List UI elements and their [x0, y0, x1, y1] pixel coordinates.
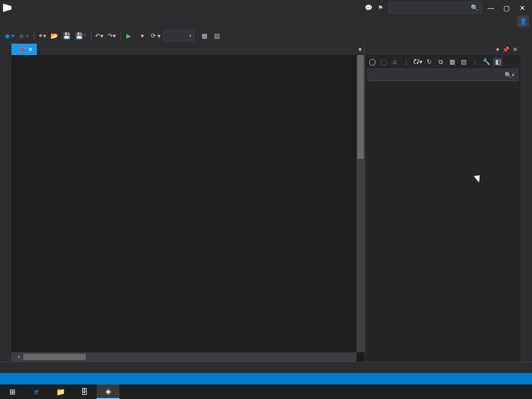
vertical-scrollbar[interactable]: [356, 55, 365, 352]
tabstrip-overflow[interactable]: ▾: [355, 44, 365, 55]
nav-forward-button[interactable]: ◉ ▾: [17, 30, 30, 42]
show-all-icon[interactable]: ▦: [447, 58, 457, 65]
maximize-button[interactable]: ▢: [500, 4, 513, 12]
menu-build[interactable]: [36, 16, 45, 28]
menu-debug[interactable]: [45, 16, 53, 28]
sync-icon[interactable]: 🗘▾: [413, 58, 422, 65]
menu-team[interactable]: [53, 16, 61, 28]
home-icon[interactable]: ⌂: [390, 58, 400, 65]
solution-search-input[interactable]: 🔍▾: [367, 69, 518, 81]
menu-bar: 👤: [0, 16, 532, 28]
start-button[interactable]: ⊞: [1, 384, 24, 399]
windows-taskbar: ⊞ e 📁 🗄 ◈: [0, 384, 532, 399]
save-all-button[interactable]: 💾⁺: [74, 30, 88, 42]
tab-properties[interactable]: [521, 62, 532, 69]
panel-dropdown-icon[interactable]: ▾: [496, 46, 499, 53]
toolbox-tab[interactable]: [0, 44, 11, 362]
user-avatar-icon[interactable]: 👤: [517, 16, 529, 27]
solution-tree[interactable]: [365, 83, 521, 362]
menu-test[interactable]: [78, 16, 86, 28]
configuration-combo[interactable]: [163, 30, 194, 42]
start-debug-button[interactable]: ▶: [123, 30, 135, 42]
taskbar-vs-icon[interactable]: ◈: [97, 384, 119, 399]
right-dock-tabs: [521, 44, 532, 362]
code-content[interactable]: [48, 55, 356, 352]
browser-refresh-button[interactable]: ⟳ ▾: [149, 30, 162, 42]
search-icon: 🔍: [471, 4, 478, 11]
menu-analyze[interactable]: [95, 16, 103, 28]
wrench-icon[interactable]: 🔧: [482, 58, 491, 65]
start-dropdown[interactable]: ▾: [137, 30, 148, 42]
quick-launch-input[interactable]: 🔍: [389, 2, 482, 14]
preview-icon[interactable]: ◧: [493, 58, 502, 66]
tab-solution-explorer[interactable]: [521, 44, 532, 50]
scrollbar-thumb[interactable]: [23, 354, 86, 360]
close-icon[interactable]: ✕: [28, 46, 33, 53]
status-bar: [0, 373, 532, 384]
xml-editor[interactable]: ▾: [11, 55, 365, 362]
editor-gutter: [11, 55, 42, 352]
bottom-tool-tabs: [0, 362, 532, 373]
menu-project[interactable]: [28, 16, 36, 28]
new-project-button[interactable]: ✦▾: [36, 30, 48, 42]
zoom-dropdown-icon[interactable]: ▾: [18, 354, 20, 360]
toolbox-label: [0, 44, 3, 50]
menu-tools[interactable]: [70, 16, 78, 28]
menu-help[interactable]: [111, 16, 119, 28]
vs-logo-icon: [3, 4, 11, 12]
open-file-button[interactable]: 📂: [49, 30, 60, 42]
solution-explorer-panel: ▾ 📌 ✕ ◯ ◯ ⌂ | 🗘▾ ↻ ⧉ ▦ ▤ | 🔧 ◧ 🔍▾: [365, 44, 521, 362]
sign-in-link[interactable]: [505, 16, 515, 28]
feedback-icon[interactable]: 💬: [365, 4, 373, 11]
back-icon[interactable]: ◯: [367, 58, 377, 65]
pin-icon[interactable]: 📌: [19, 47, 25, 52]
taskbar-sql-icon[interactable]: 🗄: [73, 384, 96, 399]
xml-schema-button[interactable]: ▦: [198, 30, 210, 42]
panel-pin-icon[interactable]: 📌: [502, 46, 510, 53]
refresh-icon[interactable]: ↻: [424, 58, 434, 65]
titlebar: 💬 ⚑ 🔍 — ▢ ✕: [0, 0, 532, 16]
tab-awltmodel-edmx[interactable]: [37, 44, 45, 55]
undo-button[interactable]: ↶▾: [94, 30, 105, 42]
nav-back-button[interactable]: ◉ ▾: [3, 30, 16, 42]
tab-server-explorer[interactable]: [521, 56, 532, 62]
close-button[interactable]: ✕: [515, 4, 529, 12]
xml-stylesheet-button[interactable]: ▤: [211, 30, 222, 42]
menu-edit[interactable]: [11, 16, 20, 28]
search-icon: 🔍▾: [504, 72, 515, 78]
horizontal-scrollbar[interactable]: ▾: [11, 352, 356, 362]
scrollbar-thumb[interactable]: [357, 55, 364, 159]
save-button[interactable]: 💾: [61, 30, 73, 42]
menu-xml[interactable]: [61, 16, 70, 28]
tab-team-explorer[interactable]: [521, 50, 532, 56]
menu-window[interactable]: [103, 16, 111, 28]
menu-view[interactable]: [20, 16, 28, 28]
menu-architecture[interactable]: [86, 16, 95, 28]
standard-toolbar: ◉ ▾ ◉ ▾ ✦▾ 📂 💾 💾⁺ ↶▾ ↷▾ ▶ ▾ ⟳ ▾ ▦ ▤: [0, 28, 532, 44]
solution-explorer-toolbar: ◯ ◯ ⌂ | 🗘▾ ↻ ⧉ ▦ ▤ | 🔧 ◧: [365, 55, 521, 69]
panel-close-icon[interactable]: ✕: [513, 46, 517, 53]
taskbar-explorer-icon[interactable]: 📁: [49, 384, 72, 399]
tab-awltmodel-diagram[interactable]: 📌 ✕: [11, 44, 37, 55]
menu-file[interactable]: [3, 16, 11, 28]
redo-button[interactable]: ↷▾: [106, 30, 117, 42]
collapse-icon[interactable]: ⧉: [436, 58, 445, 65]
properties-icon[interactable]: ▤: [459, 58, 468, 65]
minimize-button[interactable]: —: [484, 4, 498, 12]
forward-icon[interactable]: ◯: [379, 58, 388, 65]
document-tabstrip: 📌 ✕ ▾: [11, 44, 365, 55]
notifications-flag[interactable]: ⚑: [378, 4, 383, 11]
taskbar-ie-icon[interactable]: e: [25, 384, 48, 399]
